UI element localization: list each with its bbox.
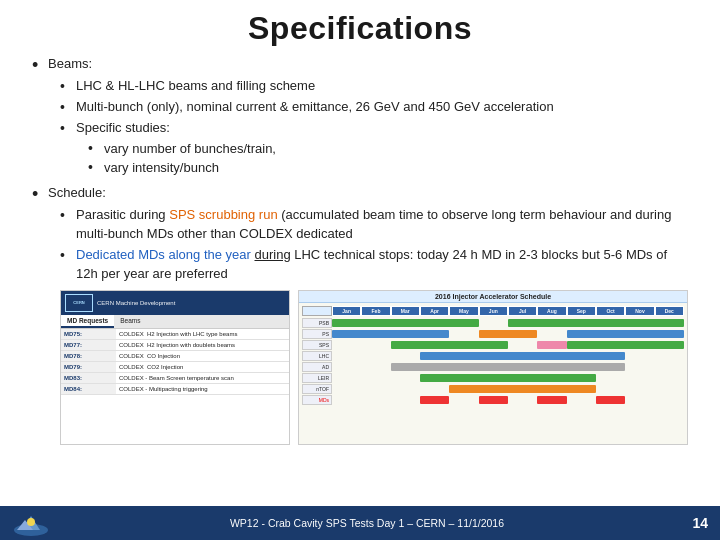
schedule-row-1: PSB	[302, 318, 684, 328]
bullet-dot-b2: •	[60, 98, 76, 116]
month-may: May	[449, 306, 478, 316]
bullet-dot-b3a: •	[88, 140, 104, 156]
bar-gap	[332, 384, 449, 392]
bar-gap	[625, 362, 684, 370]
month-jun: Jun	[479, 306, 508, 316]
b1-text: LHC & HL-LHC beams and filling scheme	[76, 77, 315, 96]
s1-text: Parasitic during SPS scrubbing run (accu…	[76, 206, 688, 244]
schedule-image: 2016 Injector Accelerator Schedule Jan F…	[298, 290, 688, 445]
b3-text: Specific studies:	[76, 119, 170, 138]
page: Specifications • Beams: • LHC & HL-LHC b…	[0, 0, 720, 540]
bar-lhc-1	[420, 352, 625, 360]
bullet-s2: • Dedicated MDs along the year during LH…	[60, 246, 688, 284]
b3b-text: vary intensity/bunch	[104, 159, 219, 178]
bullet-dot: •	[32, 55, 48, 74]
schedule-row-3: SPS	[302, 340, 684, 350]
img-left-tabs: MD Requests Beams	[61, 315, 289, 329]
md-table: MD75: COLDEX H2 Injection with LHC type …	[61, 329, 289, 395]
schedule-label: Schedule:	[48, 184, 106, 203]
schedule-row-6: LEIR	[302, 373, 684, 383]
md-desc: COLDEX H2 Injection with LHC type beams	[116, 329, 289, 340]
row-label-3: SPS	[302, 340, 332, 350]
bar-gap	[332, 373, 420, 381]
table-row: MD75: COLDEX H2 Injection with LHC type …	[61, 329, 289, 340]
s2-pre: Dedicated MDs along the year	[76, 247, 254, 262]
bar-gap	[596, 384, 684, 392]
month-aug: Aug	[537, 306, 566, 316]
bar-gap	[537, 329, 566, 337]
bullet-dot-sched: •	[32, 184, 48, 203]
month-mar: Mar	[391, 306, 420, 316]
row-data-2	[332, 329, 684, 339]
bar-sps-2	[567, 341, 684, 349]
row-data-7	[332, 384, 684, 394]
bullet-dot-s2: •	[60, 246, 76, 264]
md-desc: COLDEX - Multipacting triggering	[116, 383, 289, 394]
beams-label: Beams:	[48, 55, 92, 74]
bar-gap	[449, 329, 478, 337]
s2-text: Dedicated MDs along the year during LHC …	[76, 246, 688, 284]
bar-gap	[567, 395, 596, 403]
bar-gap	[332, 351, 420, 359]
s1-pre: Parasitic during	[76, 207, 169, 222]
schedule-row-8: MDs	[302, 395, 684, 405]
row-label-6: LEIR	[302, 373, 332, 383]
md-desc: COLDEX H2 Injection with doublets beams	[116, 339, 289, 350]
row-label-4: LHC	[302, 351, 332, 361]
footer-logo	[12, 509, 50, 537]
bar-gap	[625, 351, 684, 359]
s2-underline: during	[254, 247, 290, 262]
footer-citation: WP12 - Crab Cavity SPS Tests Day 1 – CER…	[50, 517, 684, 529]
md-id: MD77:	[61, 339, 116, 350]
row-data-3	[332, 340, 684, 350]
bullet-b3a: • vary number of bunches/train,	[88, 140, 688, 159]
table-row: MD77: COLDEX H2 Injection with doublets …	[61, 339, 289, 350]
row-data-6	[332, 373, 684, 383]
schedule-row-2: PS	[302, 329, 684, 339]
row-label-5: AD	[302, 362, 332, 372]
bar-gap	[508, 395, 537, 403]
row-label-7: nTOF	[302, 384, 332, 394]
row-data-5	[332, 362, 684, 372]
content-area: • Beams: • LHC & HL-LHC beams and fillin…	[28, 55, 692, 445]
bullet-s1: • Parasitic during SPS scrubbing run (ac…	[60, 206, 688, 244]
md-id: MD78:	[61, 350, 116, 361]
month-apr: Apr	[420, 306, 449, 316]
bar-ad-1	[391, 363, 626, 371]
month-cols: Jan Feb Mar Apr May Jun Jul Aug Sep Oct …	[332, 306, 684, 316]
bar-gap	[332, 362, 391, 370]
month-jul: Jul	[508, 306, 537, 316]
month-sep: Sep	[567, 306, 596, 316]
bullet-b3: • Specific studies:	[60, 119, 688, 138]
tab-md-requests[interactable]: MD Requests	[61, 315, 114, 328]
bar-md-3	[537, 396, 566, 404]
tab-beams[interactable]: Beams	[114, 315, 146, 328]
table-row: MD83: COLDEX - Beam Screen temperature s…	[61, 372, 289, 383]
month-jan: Jan	[332, 306, 361, 316]
month-oct: Oct	[596, 306, 625, 316]
svg-point-3	[27, 518, 35, 526]
md-desc: COLDEX CO2 Injection	[116, 361, 289, 372]
row-data-4	[332, 351, 684, 361]
row-label-md: MDs	[302, 395, 332, 405]
md-id: MD83:	[61, 372, 116, 383]
hill-logo-svg	[12, 510, 50, 536]
md-id: MD79:	[61, 361, 116, 372]
month-headers: Jan Feb Mar Apr May Jun Jul Aug Sep Oct …	[302, 306, 684, 316]
month-feb: Feb	[361, 306, 390, 316]
bar-psb-1	[332, 319, 479, 327]
b2-text: Multi-bunch (only), nominal current & em…	[76, 98, 554, 117]
bar-ps-1	[332, 330, 449, 338]
page-title: Specifications	[28, 0, 692, 55]
month-nov: Nov	[625, 306, 654, 316]
bar-gap	[332, 395, 420, 403]
bullet-dot-b1: •	[60, 77, 76, 95]
bar-psb-2	[508, 319, 684, 327]
md-requests-image: CERN CERN Machine Development MD Request…	[60, 290, 290, 445]
schedule-row-4: LHC	[302, 351, 684, 361]
month-col-label	[302, 306, 332, 316]
bar-md-2	[479, 396, 508, 404]
bar-sps-1	[391, 341, 508, 349]
bar-gap	[625, 395, 684, 403]
bar-ps-3	[567, 330, 684, 338]
